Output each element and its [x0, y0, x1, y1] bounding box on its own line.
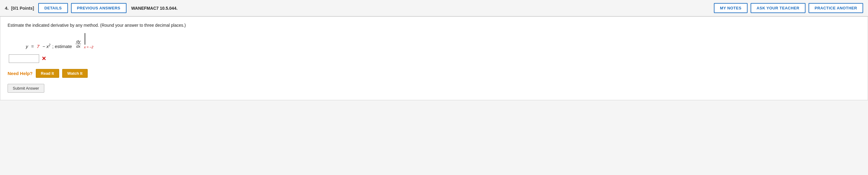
header-bar: 4. [0/1 Points] DETAILS PREVIOUS ANSWERS… [0, 0, 868, 17]
equation-equals: = [30, 44, 35, 49]
my-notes-button[interactable]: MY NOTES [714, 3, 748, 13]
question-number-text: 4. [5, 5, 9, 11]
equation-y: y [26, 44, 28, 49]
eval-bar-wrap: x = −2 [84, 33, 93, 49]
input-row: ✕ [9, 54, 860, 63]
watch-it-button[interactable]: Watch It [62, 69, 88, 78]
eval-bar [85, 33, 85, 45]
read-it-button[interactable]: Read It [36, 69, 59, 78]
problem-code: WANEFMAC7 10.5.044. [131, 6, 178, 11]
right-buttons: MY NOTES ASK YOUR TEACHER PRACTICE ANOTH… [714, 3, 863, 13]
equation-constant: 7 [37, 44, 39, 49]
eval-subscript: x = −2 [84, 45, 93, 49]
points-text: [0/1 Points] [11, 6, 34, 11]
need-help-row: Need Help? Read It Watch It [8, 69, 860, 78]
estimate-label: ; estimate [52, 44, 73, 49]
content-area: Estimate the indicated derivative by any… [0, 17, 868, 100]
answer-input[interactable] [9, 54, 39, 63]
question-number: 4. [0/1 Points] [5, 5, 34, 11]
derivative-fraction: dy dx [75, 39, 81, 49]
ask-teacher-button[interactable]: ASK YOUR TEACHER [751, 3, 806, 13]
details-button[interactable]: DETAILS [38, 3, 68, 13]
math-equation: y = 7 − x2 ; estimate dy dx x = −2 [26, 33, 860, 49]
need-help-label: Need Help? [8, 71, 33, 76]
derivative-numerator: dy [75, 39, 81, 45]
submit-button[interactable]: Submit Answer [8, 84, 44, 93]
problem-statement: Estimate the indicated derivative by any… [8, 23, 860, 28]
derivative-denominator: dx [75, 44, 81, 49]
practice-another-button[interactable]: PRACTICE ANOTHER [809, 3, 863, 13]
incorrect-mark: ✕ [41, 55, 46, 62]
equation-minus-x2: − x2 [41, 43, 50, 49]
submit-row: Submit Answer [8, 84, 860, 93]
previous-answers-button[interactable]: PREVIOUS ANSWERS [71, 3, 126, 13]
